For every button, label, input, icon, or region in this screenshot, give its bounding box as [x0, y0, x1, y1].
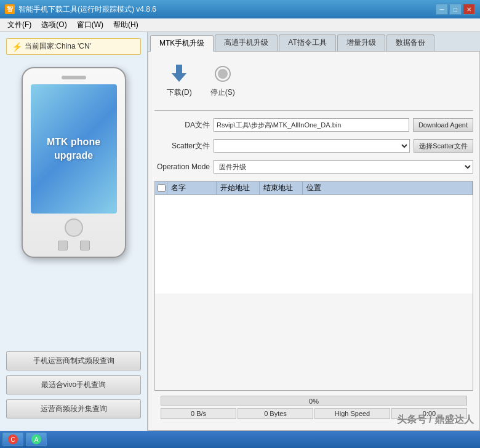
- menu-file[interactable]: 文件(F): [2, 18, 36, 31]
- country-icon: ⚡: [12, 42, 22, 52]
- tab-backup[interactable]: 数据备份: [386, 34, 434, 51]
- watermark: 头条号 / 鼎盛达人: [397, 414, 474, 426]
- maximize-button[interactable]: □: [449, 4, 462, 15]
- scatter-file-row: Scatter文件 选择Scatter文件: [154, 139, 473, 153]
- menu-bar: 文件(F) 选项(O) 窗口(W) 帮助(H): [0, 18, 480, 32]
- operation-mode-label: Operation Mode: [154, 162, 210, 171]
- country-bar: ⚡ 当前国家:China 'CN': [6, 38, 141, 55]
- download-btn-container: 下载(D): [167, 63, 192, 98]
- taskbar-android[interactable]: A: [26, 433, 47, 446]
- select-all-checkbox[interactable]: [158, 184, 166, 192]
- scatter-file-select[interactable]: [214, 139, 410, 153]
- svg-rect-0: [176, 65, 182, 73]
- divider-1: [154, 110, 473, 111]
- status-mode: High Speed: [314, 408, 390, 419]
- th-start-addr: 开始地址: [217, 182, 260, 194]
- carrier-freq-query-button[interactable]: 手机运营商制式频段查询: [6, 351, 141, 370]
- progress-text: 0%: [161, 396, 466, 406]
- minimize-button[interactable]: ─: [436, 4, 448, 15]
- phone-speaker: [62, 76, 86, 79]
- status-bytes: 0 Bytes: [238, 408, 313, 419]
- country-label: 当前国家:China 'CN': [25, 41, 91, 52]
- right-panel: MTK手机升级 高通手机升级 AT指令工具 增量升级 数据备份 下载(D): [148, 32, 480, 431]
- tab-mtk[interactable]: MTK手机升级: [150, 35, 214, 52]
- left-buttons: 手机运营商制式频段查询 最适合vivo手机查询 运营商频段并集查询: [6, 351, 141, 425]
- phone-home-button: [65, 218, 83, 237]
- taskbar-chrome[interactable]: C: [2, 433, 23, 446]
- app-icon: 智: [5, 4, 15, 14]
- action-row: 下载(D) 停止(S): [154, 58, 473, 103]
- stop-icon-btn[interactable]: [210, 63, 235, 85]
- menu-window[interactable]: 窗口(W): [72, 18, 108, 31]
- svg-marker-1: [172, 73, 186, 82]
- title-text: 智能手机下载工具(运行时跟踪模式) v4.8.6: [18, 4, 156, 15]
- table-body: [155, 195, 473, 294]
- phone-bottom-buttons: [58, 241, 90, 250]
- phone-menu-button: [80, 241, 90, 250]
- tab-content: 下载(D) 停止(S) DA文件 Download Agen: [148, 52, 480, 431]
- choose-scatter-button[interactable]: 选择Scatter文件: [414, 139, 473, 153]
- progress-container: 0%: [161, 396, 467, 406]
- title-bar: 智 智能手机下载工具(运行时跟踪模式) v4.8.6 ─ □ ✕: [0, 0, 480, 18]
- title-bar-left: 智 智能手机下载工具(运行时跟踪模式) v4.8.6: [5, 4, 156, 15]
- title-controls: ─ □ ✕: [436, 4, 475, 15]
- main-container: ⚡ 当前国家:China 'CN' MTK phone upgrade 手机运营…: [0, 32, 480, 431]
- da-file-label: DA文件: [154, 120, 210, 130]
- phone-container: MTK phone upgrade: [18, 67, 129, 264]
- android-icon: A: [31, 434, 41, 444]
- table-header: 名字 开始地址 结束地址 位置: [155, 182, 473, 195]
- operation-mode-row: Operation Mode 固件升级: [154, 160, 473, 174]
- download-label: 下载(D): [167, 87, 192, 98]
- phone-back-button: [58, 241, 68, 250]
- taskbar: C A: [0, 431, 480, 448]
- carrier-union-query-button[interactable]: 运营商频段并集查询: [6, 399, 141, 418]
- status-speed: 0 B/s: [161, 408, 236, 419]
- phone-body: MTK phone upgrade: [22, 67, 126, 258]
- tab-at-command[interactable]: AT指令工具: [279, 34, 335, 51]
- th-end-addr: 结束地址: [260, 182, 303, 194]
- close-button[interactable]: ✕: [463, 4, 475, 15]
- tab-bar: MTK手机升级 高通手机升级 AT指令工具 增量升级 数据备份: [148, 32, 480, 52]
- stop-circle-icon: [213, 65, 233, 83]
- vivo-query-button[interactable]: 最适合vivo手机查询: [6, 375, 141, 394]
- th-position: 位置: [303, 182, 473, 194]
- download-arrow-icon: [169, 65, 189, 83]
- stop-label: 停止(S): [210, 87, 235, 98]
- tab-incremental[interactable]: 增量升级: [337, 34, 385, 51]
- operation-mode-select[interactable]: 固件升级: [214, 160, 473, 174]
- th-name: 名字: [167, 182, 217, 194]
- phone-screen: MTK phone upgrade: [31, 84, 117, 214]
- download-icon-btn[interactable]: [167, 63, 191, 85]
- scatter-file-label: Scatter文件: [154, 141, 210, 151]
- chrome-icon: C: [8, 434, 18, 444]
- da-file-row: DA文件 Download Agent: [154, 118, 473, 132]
- svg-point-3: [218, 69, 228, 79]
- th-checkbox: [155, 182, 167, 194]
- stop-btn-container: 停止(S): [210, 63, 235, 98]
- menu-options[interactable]: 选项(O): [36, 18, 71, 31]
- left-panel: ⚡ 当前国家:China 'CN' MTK phone upgrade 手机运营…: [0, 32, 148, 431]
- menu-help[interactable]: 帮助(H): [108, 18, 143, 31]
- download-agent-button[interactable]: Download Agent: [413, 118, 473, 132]
- data-table: 名字 开始地址 结束地址 位置: [154, 181, 473, 391]
- da-file-input[interactable]: [214, 118, 409, 132]
- tab-qualcomm[interactable]: 高通手机升级: [215, 34, 278, 51]
